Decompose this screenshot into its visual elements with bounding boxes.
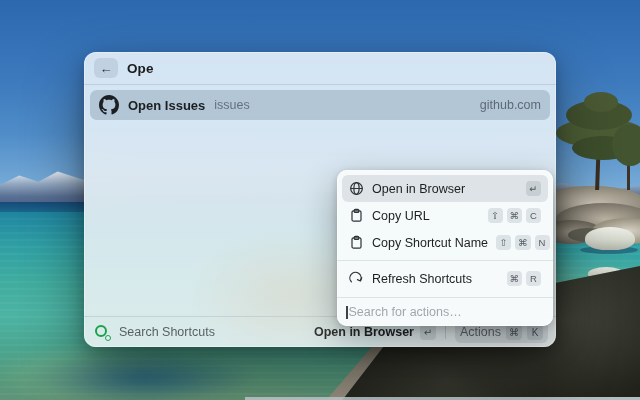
actions-search-placeholder: Search for actions… <box>349 305 462 319</box>
clipboard-icon <box>349 208 364 223</box>
actions-search-input[interactable]: Search for actions… <box>337 297 553 326</box>
keycap-k: K <box>527 324 543 340</box>
wallpaper-white-boulder <box>585 227 635 250</box>
text-cursor <box>346 306 348 319</box>
menu-item-keys: ⌘ R <box>507 271 542 286</box>
search-header: ← Ope <box>84 52 556 85</box>
list-item-accessory: github.com <box>480 98 541 112</box>
keycap-n: N <box>535 235 550 250</box>
keycap-cmd: ⌘ <box>515 235 531 250</box>
list-item-open-issues[interactable]: Open Issues issues github.com <box>90 90 550 120</box>
results-list: Open Issues issues github.com <box>84 85 556 120</box>
globe-icon <box>349 181 364 196</box>
github-icon <box>99 95 119 115</box>
back-arrow-icon: ← <box>100 61 113 76</box>
keycap-c: C <box>526 208 541 223</box>
menu-item-copy-url[interactable]: Copy URL ⇧ ⌘ C <box>342 202 548 229</box>
actions-popup-items: Open in Browser ↵ Copy URL ⇧ ⌘ C <box>337 170 553 297</box>
menu-item-label: Refresh Shortcuts <box>372 272 472 286</box>
keycap-r: R <box>526 271 541 286</box>
keycap-return: ↵ <box>526 181 541 196</box>
wallpaper-pine2-canopy <box>612 124 640 166</box>
keycap-cmd: ⌘ <box>506 324 522 340</box>
menu-item-label: Open in Browser <box>372 182 465 196</box>
actions-label: Actions <box>460 325 501 339</box>
extension-name: Search Shortcuts <box>119 325 215 339</box>
search-query[interactable]: Ope <box>127 61 154 76</box>
menu-item-refresh-shortcuts[interactable]: Refresh Shortcuts ⌘ R <box>342 265 548 292</box>
menu-item-keys: ⇧ ⌘ N <box>496 235 550 250</box>
keycap-shift: ⇧ <box>488 208 503 223</box>
wallpaper-deep-water-patch <box>28 352 258 400</box>
menu-separator <box>337 260 553 261</box>
primary-action-button[interactable]: Open in Browser <box>314 325 414 339</box>
menu-item-keys: ⇧ ⌘ C <box>488 208 542 223</box>
shortcuts-green-icon <box>95 325 110 340</box>
menu-item-open-in-browser[interactable]: Open in Browser ↵ <box>342 175 548 202</box>
keycap-cmd: ⌘ <box>507 271 523 286</box>
keycap-shift: ⇧ <box>496 235 511 250</box>
list-item-subtitle: issues <box>214 98 249 112</box>
menu-item-label: Copy URL <box>372 209 430 223</box>
list-item-title: Open Issues <box>128 98 205 113</box>
footer-divider <box>445 326 446 339</box>
wallpaper-pine-canopy <box>584 92 618 112</box>
shortcuts-icon-gear <box>105 335 111 341</box>
menu-item-label: Copy Shortcut Name <box>372 236 488 250</box>
desktop: ← Ope Open Issues issues github.com Sear… <box>0 0 640 400</box>
back-button[interactable]: ← <box>94 58 118 78</box>
menu-item-copy-shortcut-name[interactable]: Copy Shortcut Name ⇧ ⌘ N <box>342 229 548 256</box>
refresh-icon <box>349 271 364 286</box>
clipboard-icon <box>349 235 364 250</box>
actions-popup: Open in Browser ↵ Copy URL ⇧ ⌘ C <box>337 170 553 326</box>
keycap-cmd: ⌘ <box>507 208 523 223</box>
keycap-return: ↵ <box>420 324 436 340</box>
menu-item-keys: ↵ <box>526 181 541 196</box>
